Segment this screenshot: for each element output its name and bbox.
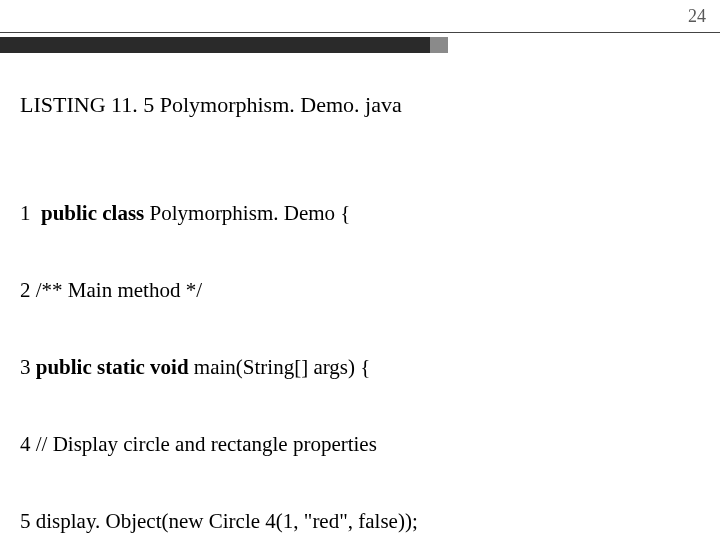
code-listing: 1 public class Polymorphism. Demo { 2 /*… [20, 150, 700, 540]
header-accent-cap [430, 37, 448, 53]
slide: 24 LISTING 11. 5 Polymorphism. Demo. jav… [0, 0, 720, 540]
listing-heading: LISTING 11. 5 Polymorphism. Demo. java [20, 92, 402, 118]
header-rule [0, 32, 720, 33]
page-number: 24 [688, 6, 706, 27]
header-accent-bar [0, 37, 430, 53]
